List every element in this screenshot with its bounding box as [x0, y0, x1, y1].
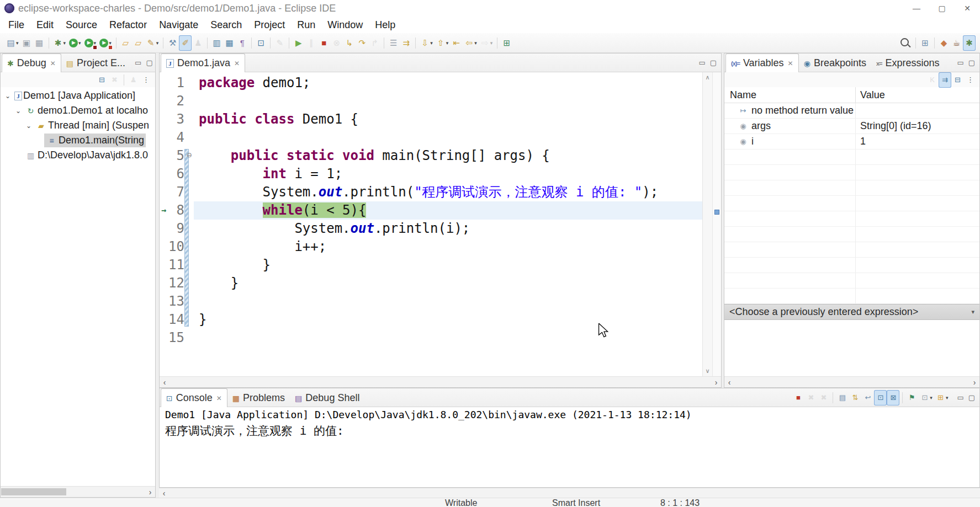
- editor-vertical-scrollbar[interactable]: ∧ ∨: [702, 72, 712, 376]
- step-into-button[interactable]: ↳: [343, 35, 356, 51]
- code-text[interactable]: [194, 292, 702, 311]
- pin-editor-button[interactable]: ⊞: [500, 35, 513, 51]
- minimize-panel-button[interactable]: ▭: [957, 58, 963, 67]
- next-annotation-button[interactable]: ⇩▾: [419, 35, 435, 51]
- minimize-panel-button[interactable]: ▭: [135, 58, 141, 67]
- scroll-left-icon[interactable]: ‹: [724, 378, 734, 387]
- menu-edit[interactable]: Edit: [30, 19, 60, 31]
- terminate-button[interactable]: ■: [317, 35, 330, 51]
- menu-navigate[interactable]: Navigate: [153, 19, 204, 31]
- current-line-marker[interactable]: [714, 210, 719, 215]
- code-text[interactable]: [194, 92, 702, 110]
- tab-console[interactable]: ⊡Console✕: [161, 388, 227, 407]
- expander-icon[interactable]: ⌄: [3, 92, 13, 100]
- scrollbar-thumb[interactable]: [1, 488, 66, 495]
- console-body[interactable]: Demo1 [Java Application] D:\Develop\Java…: [160, 407, 979, 487]
- breakpoint-margin[interactable]: [160, 110, 168, 129]
- new-button[interactable]: ▤▾: [4, 35, 20, 51]
- scrollbar-track[interactable]: [734, 377, 970, 387]
- variable-row[interactable]: ↦no method return value: [724, 103, 979, 119]
- breakpoint-margin[interactable]: [160, 329, 168, 347]
- tab-project-e[interactable]: ▤Project E...: [61, 55, 130, 72]
- clear-console-button[interactable]: ▤: [836, 390, 849, 405]
- breakpoint-margin[interactable]: [160, 165, 168, 183]
- variables-horizontal-scrollbar[interactable]: ‹ ›: [724, 376, 979, 387]
- previous-annotation-button[interactable]: ⇧▾: [435, 35, 451, 51]
- fold-margin[interactable]: [184, 183, 194, 201]
- perspective-java-button[interactable]: ☕: [950, 35, 963, 51]
- scroll-up-icon[interactable]: ∧: [705, 74, 709, 81]
- menu-file[interactable]: File: [2, 19, 30, 31]
- close-button[interactable]: ✕: [955, 0, 980, 17]
- breakpoint-margin[interactable]: →: [160, 201, 168, 220]
- step-over-button[interactable]: ↷: [356, 35, 368, 51]
- breakpoint-margin[interactable]: [160, 274, 168, 292]
- remove-launch-button[interactable]: ✖: [804, 390, 817, 405]
- tab-debug-shell[interactable]: ▤Debug Shell: [290, 389, 364, 407]
- expander-icon[interactable]: ⌄: [13, 107, 23, 115]
- fold-margin[interactable]: [184, 74, 194, 92]
- code-text[interactable]: System.out.println("程序调试演示，注意观察 i 的值: ")…: [194, 183, 702, 201]
- external-tools-button[interactable]: ✎▾: [145, 35, 161, 51]
- drop-to-frame-button[interactable]: ⇉: [400, 35, 412, 51]
- expression-chooser[interactable]: <Choose a previously entered expression>…: [724, 304, 979, 320]
- mark-occurrences-button[interactable]: ✐: [179, 35, 192, 51]
- pin-console-button[interactable]: ⚑: [905, 390, 918, 405]
- expander-icon[interactable]: ⌄: [24, 122, 34, 130]
- scroll-left-icon[interactable]: ‹: [159, 489, 169, 498]
- overview-ruler[interactable]: [712, 72, 721, 376]
- menu-source[interactable]: Source: [60, 19, 103, 31]
- code-text[interactable]: while(i < 5){: [194, 201, 702, 220]
- code-text[interactable]: System.out.println(i);: [194, 220, 702, 238]
- tab-demo1-java[interactable]: JDemo1.java✕: [161, 54, 245, 72]
- debug-tree-item[interactable]: ⌄▰Thread [main] (Suspen: [1, 118, 155, 133]
- debug-button[interactable]: ✱▾: [52, 35, 68, 51]
- resume-button[interactable]: ▶: [292, 35, 305, 51]
- back-button[interactable]: ⇦▾: [463, 35, 479, 51]
- code-text[interactable]: public static void main(String[] args) {: [194, 147, 702, 165]
- fold-margin[interactable]: [184, 220, 194, 238]
- view-menu-button[interactable]: ⋮: [964, 72, 977, 88]
- code-text[interactable]: public class Demo1 {: [194, 110, 702, 129]
- fold-margin[interactable]: [184, 329, 194, 347]
- debug-tree-item[interactable]: ≡Demo1.main(String: [1, 133, 155, 148]
- code-text[interactable]: i++;: [194, 238, 702, 256]
- scrollbar-track[interactable]: [169, 488, 980, 498]
- fold-margin[interactable]: ⊖: [184, 147, 194, 165]
- tab-debug[interactable]: ✱Debug✕: [2, 54, 61, 72]
- instruction-stepping-button[interactable]: ☰: [387, 35, 400, 51]
- profile-button[interactable]: ▶▾: [98, 35, 113, 51]
- maximize-button[interactable]: ▢: [929, 0, 955, 17]
- close-icon[interactable]: ✕: [216, 394, 222, 402]
- menu-search[interactable]: Search: [204, 19, 248, 31]
- debug-tree-item[interactable]: ⌄↻demo1.Demo1 at localho: [1, 103, 155, 118]
- disconnect-button[interactable]: ⊗: [330, 35, 343, 51]
- tab-problems[interactable]: ▦Problems: [227, 389, 290, 407]
- maximize-panel-button[interactable]: ▢: [146, 58, 152, 67]
- maximize-panel-button[interactable]: ▢: [710, 58, 717, 67]
- variable-row[interactable]: ◉argsString[0] (id=16): [724, 119, 979, 134]
- remove-all-launches-button[interactable]: ✖: [817, 390, 830, 405]
- collapse-all-button[interactable]: ⊟: [96, 72, 108, 88]
- last-edit-location-button[interactable]: ⇤: [450, 35, 463, 51]
- show-whitespace-button[interactable]: ¶: [236, 35, 248, 51]
- code-text[interactable]: }: [194, 274, 702, 292]
- breakpoint-margin[interactable]: [160, 147, 168, 165]
- console-horizontal-scrollbar[interactable]: ‹: [159, 488, 980, 498]
- menu-run[interactable]: Run: [291, 19, 321, 31]
- team-sync-button[interactable]: ♟: [192, 35, 204, 51]
- console-pick-button[interactable]: ⊡: [255, 35, 267, 51]
- scroll-right-icon[interactable]: ›: [970, 378, 979, 387]
- code-text[interactable]: [194, 329, 702, 347]
- save-all-button[interactable]: ▦: [33, 35, 46, 51]
- debug-view-filter-button[interactable]: ♟: [127, 72, 140, 88]
- coverage-button[interactable]: ▶▾: [83, 35, 98, 51]
- tab-expressions[interactable]: x=Expressions: [871, 55, 945, 72]
- scroll-right-icon[interactable]: ›: [145, 488, 155, 497]
- code-text[interactable]: int i = 1;: [194, 165, 702, 183]
- search-tools-button[interactable]: ⚒: [166, 35, 179, 51]
- tab-breakpoints[interactable]: ◉Breakpoints: [799, 55, 871, 72]
- fold-collapse-icon[interactable]: ⊖: [187, 150, 192, 160]
- fold-margin[interactable]: [184, 201, 194, 220]
- collapse-all-button[interactable]: ⊟: [951, 72, 964, 88]
